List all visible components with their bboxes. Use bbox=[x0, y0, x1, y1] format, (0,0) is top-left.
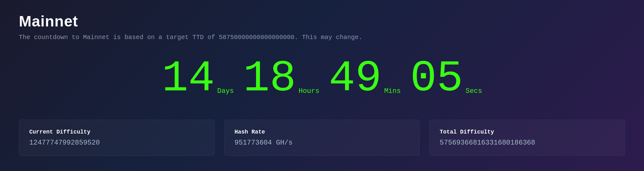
days-label: Days bbox=[217, 87, 234, 95]
stat-card-total-difficulty: Total Difficulty 57569366816331680186368 bbox=[429, 120, 625, 156]
subtitle-text: The countdown to Mainnet is based on a t… bbox=[19, 34, 625, 41]
hours-unit: 18 Hours bbox=[243, 57, 319, 101]
mins-label: Mins bbox=[384, 87, 401, 95]
countdown-container: 14 Days 18 Hours 49 Mins 05 Secs bbox=[19, 57, 625, 101]
stat-label-difficulty: Current Difficulty bbox=[29, 129, 204, 135]
stat-label-total-difficulty: Total Difficulty bbox=[440, 129, 615, 135]
stat-card-hashrate: Hash Rate 951773604 GH/s bbox=[224, 120, 420, 156]
days-unit: 14 Days bbox=[162, 57, 234, 101]
hours-value: 18 bbox=[243, 57, 296, 101]
secs-unit: 05 Secs bbox=[410, 57, 482, 101]
secs-value: 05 bbox=[410, 57, 463, 101]
mins-value: 49 bbox=[329, 57, 382, 101]
stat-value-difficulty: 12477747992859520 bbox=[29, 139, 204, 147]
secs-label: Secs bbox=[465, 87, 482, 95]
stat-label-hashrate: Hash Rate bbox=[235, 129, 410, 135]
hours-label: Hours bbox=[299, 87, 319, 95]
stat-value-hashrate: 951773604 GH/s bbox=[235, 139, 410, 147]
stat-value-total-difficulty: 57569366816331680186368 bbox=[440, 139, 615, 147]
days-value: 14 bbox=[162, 57, 215, 101]
stat-card-difficulty: Current Difficulty 12477747992859520 bbox=[19, 120, 215, 156]
mins-unit: 49 Mins bbox=[329, 57, 401, 101]
page-title: Mainnet bbox=[19, 13, 625, 30]
stats-container: Current Difficulty 12477747992859520 Has… bbox=[19, 120, 625, 156]
